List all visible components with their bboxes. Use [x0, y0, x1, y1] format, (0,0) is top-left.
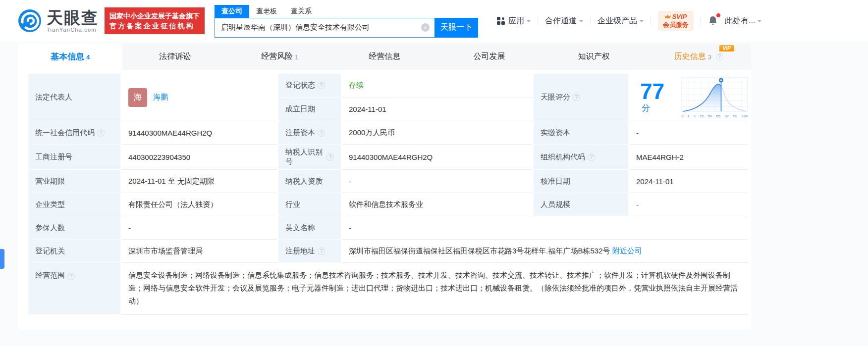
- top-nav: 应用 合作通道 企业级产品 SVIP 会员服务: [497, 11, 761, 30]
- help-icon[interactable]: ?: [588, 153, 595, 161]
- value-staff-size: -: [629, 193, 748, 216]
- tianyancha-logo[interactable]: 天眼查 TianYanCha.com: [18, 9, 99, 33]
- basic-info-card: 法定代表人 海 海鹏 登记状态? 存续 天眼评分? 77分: [18, 70, 751, 330]
- crown-icon: [665, 14, 671, 19]
- divider: [590, 17, 591, 25]
- search-tab-boss[interactable]: 查老板: [249, 5, 284, 18]
- company-detail-section: 基本信息4 法律诉讼 经营风险1 经营信息 公司发展 知识产权 VIP 历史信息…: [18, 44, 751, 330]
- chevron-down-icon: [640, 20, 644, 24]
- score-number: 77: [640, 79, 664, 103]
- notification-dot: [716, 13, 720, 17]
- label-establish-date: 成立日期: [277, 98, 342, 121]
- value-business-scope: 信息安全设备制造；网络设备制造；信息系统集成服务；信息技术咨询服务；技术服务、技…: [121, 263, 748, 315]
- help-icon[interactable]: ?: [318, 247, 325, 255]
- score-distribution-chart: 0131550859799100: [681, 77, 748, 118]
- value-industry: 软件和信息技术服务业: [342, 193, 533, 216]
- label-taxpayer-qualification: 纳税人资质: [277, 170, 342, 193]
- value-organization-code: MAE44RGH-2: [629, 145, 748, 170]
- tab-history-info[interactable]: VIP 历史信息3 ?: [647, 44, 751, 70]
- tab-business-risk[interactable]: 经营风险1: [227, 44, 332, 70]
- nav-cooperation[interactable]: 合作通道: [545, 16, 583, 26]
- label-english-name: 英文名称: [277, 216, 342, 240]
- logo-swirl-icon: [18, 9, 42, 33]
- divider: [701, 17, 701, 25]
- top-header: 天眼查 TianYanCha.com 国家中小企业发展子基金旗下 官方备案企业征…: [0, 0, 868, 42]
- label-business-term: 营业期限: [27, 170, 121, 193]
- label-approval-date: 核准日期: [533, 170, 629, 193]
- help-icon[interactable]: ?: [67, 273, 75, 280]
- help-icon[interactable]: ?: [318, 82, 325, 89]
- tab-company-development[interactable]: 公司发展: [437, 44, 542, 70]
- tab-basic-info[interactable]: 基本信息4: [18, 44, 122, 70]
- value-registered-capital: 2000万人民币: [342, 121, 533, 145]
- label-staff-size: 人员规模: [533, 193, 629, 216]
- clear-search-icon[interactable]: ×: [421, 23, 430, 32]
- section-tabs: 基本信息4 法律诉讼 经营风险1 经营信息 公司发展 知识产权 VIP 历史信息…: [18, 44, 751, 70]
- label-tianyan-score: 天眼评分?: [533, 74, 629, 121]
- label-business-scope: 经营范围?: [27, 263, 121, 315]
- help-icon[interactable]: ?: [326, 153, 334, 161]
- value-taxpayer-id: 91440300MAE44RGH2Q: [342, 145, 533, 170]
- tab-business-info[interactable]: 经营信息: [332, 44, 436, 70]
- label-registration-authority: 登记机关: [27, 240, 121, 263]
- help-icon[interactable]: ?: [573, 94, 580, 101]
- svip-membership-button[interactable]: SVIP 会员服务: [658, 11, 694, 30]
- value-establish-date: 2024-11-01: [342, 98, 533, 121]
- help-icon[interactable]: ?: [318, 129, 325, 137]
- chevron-down-icon: [579, 20, 583, 24]
- value-registered-address: 深圳市福田区福保街道福保社区福田保税区市花路3号花样年.福年广场B栋532号 附…: [342, 240, 748, 263]
- value-registration-number: 440300223904350: [121, 145, 277, 170]
- avatar: 海: [128, 88, 147, 107]
- label-taxpayer-id: 纳税人识别号?: [277, 145, 342, 170]
- search-input[interactable]: [221, 23, 421, 32]
- value-company-type: 有限责任公司（法人独资）: [121, 193, 277, 216]
- label-company-type: 企业类型: [27, 193, 121, 216]
- value-english-name: -: [342, 216, 748, 240]
- tab-intellectual-property[interactable]: 知识产权: [542, 44, 646, 70]
- search-type-tabs: 查公司 查老板 查关系: [215, 4, 478, 18]
- notifications-button[interactable]: [708, 15, 718, 26]
- search-tab-relation[interactable]: 查关系: [284, 5, 319, 18]
- legal-representative-link[interactable]: 海鹏: [153, 93, 168, 102]
- label-credit-code: 统一社会信用代码?: [27, 121, 121, 145]
- value-taxpayer-qualification: -: [342, 170, 533, 193]
- search-tab-company[interactable]: 查公司: [215, 5, 249, 18]
- side-float-handle[interactable]: [0, 249, 4, 269]
- apps-grid-icon: [497, 17, 505, 25]
- label-industry: 行业: [277, 193, 342, 216]
- search-input-wrap: ×: [215, 18, 434, 38]
- value-legal-representative: 海 海鹏: [121, 74, 277, 121]
- label-registered-capital: 注册资本?: [277, 121, 342, 145]
- label-registration-number: 工商注册号: [27, 145, 121, 170]
- label-organization-code: 组织机构代码?: [533, 145, 629, 170]
- value-paid-capital: -: [629, 121, 748, 145]
- label-legal-representative: 法定代表人: [27, 74, 121, 121]
- vip-badge: VIP: [719, 45, 734, 51]
- value-registration-authority: 深圳市市场监督管理局: [121, 240, 277, 263]
- score-axis-labels: 0131550859799100: [681, 113, 748, 118]
- label-paid-capital: 实缴资本: [533, 121, 629, 145]
- bell-icon: [708, 15, 718, 26]
- company-info-table: 法定代表人 海 海鹏 登记状态? 存续 天眼评分? 77分: [27, 74, 748, 315]
- user-menu[interactable]: 此处有...: [725, 16, 761, 26]
- nav-apps[interactable]: 应用: [497, 16, 531, 26]
- brand-name: 天眼查: [47, 9, 99, 26]
- value-insured-count: -: [121, 216, 277, 240]
- chevron-down-icon: [527, 20, 531, 24]
- help-icon[interactable]: ?: [716, 53, 723, 60]
- value-business-term: 2024-11-01 至 无固定期限: [121, 170, 277, 193]
- divider: [651, 17, 651, 25]
- nearby-companies-link[interactable]: 附近公司: [612, 247, 642, 256]
- divider: [538, 17, 538, 25]
- certification-badge: 国家中小企业发展子基金旗下 官方备案企业征信机构: [105, 7, 205, 35]
- label-registered-address: 注册地址?: [277, 240, 342, 263]
- label-insured-count: 参保人数: [27, 216, 121, 240]
- nav-enterprise-products[interactable]: 企业级产品: [597, 16, 644, 26]
- tab-legal-cases[interactable]: 法律诉讼: [122, 44, 227, 70]
- search-button[interactable]: 天眼一下: [434, 18, 478, 38]
- help-icon[interactable]: ?: [97, 129, 105, 137]
- value-registration-status: 存续: [342, 74, 533, 98]
- brand-domain: TianYanCha.com: [47, 27, 99, 33]
- value-credit-code: 91440300MAE44RGH2Q: [121, 121, 277, 145]
- value-approval-date: 2024-11-01: [629, 170, 748, 193]
